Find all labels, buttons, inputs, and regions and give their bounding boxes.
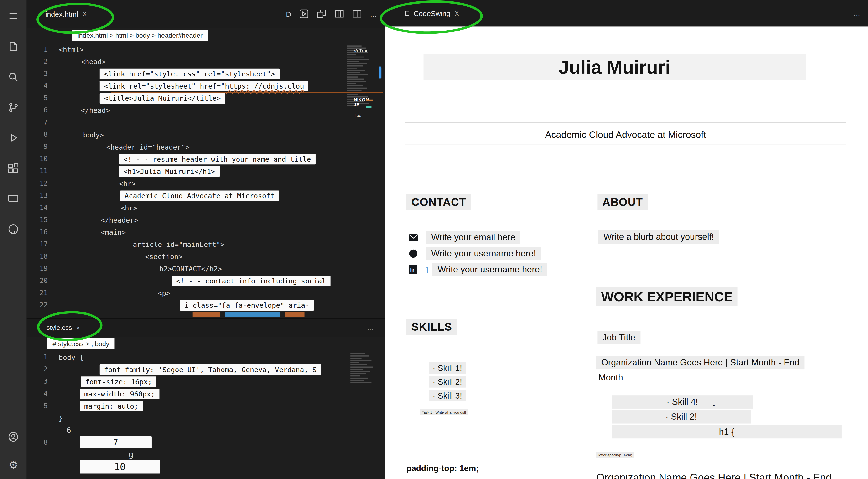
code-text: 7	[80, 436, 152, 448]
code-line[interactable]: 18<section>	[27, 250, 346, 262]
layout-columns-icon[interactable]	[334, 9, 344, 19]
column-divider	[577, 178, 577, 479]
heading-text: SKILLS	[406, 319, 457, 335]
organization-line: Organization Name Goes Here | Start Mont…	[596, 356, 805, 369]
code-line[interactable]: 10	[27, 461, 346, 473]
code-line[interactable]: 2font-family: 'Segoe UI', Tahoma, Geneva…	[27, 363, 346, 376]
close-icon[interactable]: X	[455, 10, 459, 17]
code-line[interactable]: 22i class="fa fa-envelope" aria-	[27, 299, 346, 311]
skill-item: · Skill 1!	[417, 362, 478, 376]
tab-index-html[interactable]: index.html X	[40, 0, 92, 28]
code-line[interactable]: 17article id="mainLeft">	[27, 238, 346, 250]
account-icon[interactable]	[7, 430, 20, 444]
code-line[interactable]: 20<! - - contact info including social	[27, 275, 346, 287]
breadcrumb[interactable]: # style.css > , body	[47, 338, 115, 349]
code-line[interactable]: 12<hr>	[27, 177, 346, 189]
extensions-icon[interactable]	[6, 162, 20, 175]
line-number: 2	[27, 58, 59, 65]
run-debug-icon[interactable]	[6, 131, 20, 145]
error-underlined-text: https: //cdnjs.clou	[225, 82, 304, 90]
tab-label: CodeSwing	[413, 9, 450, 18]
line-number: 6	[27, 107, 59, 114]
code-line[interactable]: 4max-width: 960px;	[27, 388, 346, 400]
code-line[interactable]: 21<p>	[27, 287, 346, 299]
code-line[interactable]: 6	[27, 424, 346, 436]
code-text: <h1>Julia Muiruri</h1>	[119, 166, 219, 176]
breadcrumb[interactable]: index.html > html > body > header#header	[72, 30, 208, 41]
envelope-icon	[409, 233, 418, 241]
line-number: 3	[27, 70, 59, 77]
code-text: <main>	[101, 228, 126, 236]
about-heading: ABOUT	[597, 194, 648, 210]
heading-text: WORK EXPERIENCE	[596, 288, 738, 306]
code-line[interactable]: }	[27, 412, 346, 424]
source-control-icon[interactable]	[6, 101, 20, 114]
code-line[interactable]: 3<link href="style. css" rel="stylesheet…	[27, 67, 346, 80]
code-line[interactable]: 6</head>	[27, 104, 346, 116]
code-line[interactable]: 2<head>	[27, 55, 346, 67]
tab-codeswing[interactable]: E CodeSwing X	[399, 0, 464, 27]
close-icon[interactable]: X	[83, 10, 87, 17]
tab-label: index.html	[45, 10, 78, 18]
code-line[interactable]: 15</header>	[27, 214, 346, 226]
contact-text: Write your email here	[426, 231, 520, 244]
code-line[interactable]: 19h2>CONTACT</h2>	[27, 262, 346, 275]
skills-list: · Skill 1!· Skill 2!· Skill 3!	[417, 362, 478, 403]
code-line[interactable]: 8body>	[27, 128, 346, 141]
line-number: 10	[27, 155, 59, 163]
code-editor-style-css[interactable]: 1body {2font-family: 'Segoe UI', Tahoma,…	[27, 351, 346, 473]
code-line[interactable]: 14<hr>	[27, 202, 346, 214]
about-text: Write a blurb about yourself!	[598, 231, 719, 244]
code-line[interactable]: 9<header id="header">	[27, 141, 346, 153]
search-icon[interactable]	[6, 70, 20, 84]
more-actions-icon[interactable]: …	[853, 9, 860, 18]
code-text: body {	[59, 353, 84, 361]
run-preview-icon[interactable]	[299, 9, 309, 19]
code-line[interactable]: 13Academic Cloud Advocate at Microsoft	[27, 189, 346, 202]
code-line[interactable]: 5<title>Julia Muiruri</title>	[27, 92, 346, 104]
code-line[interactable]: 11<h1>Julia Muiruri</h1>	[27, 165, 346, 177]
code-text: <hr>	[119, 179, 136, 187]
code-line[interactable]: 1body {	[27, 351, 346, 363]
explorer-icon[interactable]	[6, 40, 20, 53]
code-line[interactable]: 1<html>	[27, 43, 346, 55]
line-number: 12	[27, 179, 59, 187]
code-line[interactable]: 10<! - - resume header with your name an…	[27, 153, 346, 165]
code-text: <! - - resume header with your name and …	[119, 154, 315, 164]
minimap-bottom[interactable]	[349, 352, 372, 405]
tab-style-css[interactable]: style.css ×	[41, 319, 86, 337]
more-actions-icon[interactable]: …	[370, 10, 377, 18]
line-number: 1	[27, 45, 59, 53]
contact-item[interactable]: Write your email here	[409, 229, 547, 245]
code-line[interactable]: 3font-size: 16px;	[27, 376, 346, 388]
split-editor-icon[interactable]	[352, 9, 362, 19]
contact-item[interactable]: Write your username here!	[409, 245, 547, 261]
settings-gear-icon[interactable]: ⚙	[7, 458, 20, 471]
contact-item[interactable]: in]Write your username here!	[409, 262, 547, 277]
compare-icon[interactable]	[317, 9, 327, 19]
menu-icon[interactable]	[6, 9, 20, 23]
line-number: 22	[27, 301, 59, 309]
code-text: font-family: 'Segoe UI', Tahoma, Geneva,…	[100, 364, 321, 375]
code-line[interactable]: g	[27, 448, 346, 461]
code-line[interactable]: 87	[27, 436, 346, 448]
github-icon[interactable]	[6, 222, 20, 236]
code-line[interactable]: 5margin: auto;	[27, 400, 346, 412]
code-line[interactable]: 7	[27, 116, 346, 128]
letter-d-indicator[interactable]: D	[286, 10, 291, 18]
remote-explorer-icon[interactable]	[6, 192, 20, 205]
job-title: Job Title	[597, 331, 640, 345]
editor-area: index.html X D… index.html > html > body…	[27, 0, 385, 479]
line-number: 15	[27, 216, 59, 223]
line-number: 19	[27, 265, 59, 272]
more-actions-icon[interactable]: …	[367, 324, 374, 332]
scrollbar-indicator[interactable]	[379, 66, 382, 79]
breadcrumb-bar: # style.css > , body	[27, 337, 385, 351]
code-editor-index-html[interactable]: 1<html>2<head>3<link href="style. css" r…	[27, 43, 346, 311]
clipped-code-line	[193, 312, 305, 317]
code-line[interactable]: 16<main>	[27, 226, 346, 238]
code-line[interactable]: 4<link rel="stylesheet" href="https: //c…	[27, 80, 346, 92]
minimap-label: Tpo	[354, 113, 361, 118]
stray-css-text: padding-top: 1em;	[406, 463, 479, 473]
close-icon[interactable]: ×	[76, 324, 80, 331]
